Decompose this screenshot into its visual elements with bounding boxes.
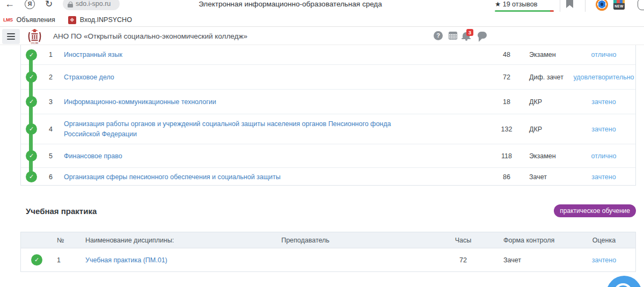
completed-check-icon: ✓	[26, 49, 37, 61]
control-form: ДКР	[525, 98, 571, 106]
toolbar-divider	[585, 0, 586, 12]
control-form: Диф. зачет	[525, 73, 571, 81]
notifications-count-badge: 3	[466, 29, 473, 36]
grade-link[interactable]: удовлетворительно	[573, 73, 634, 81]
tab-title: Электронная информационно-образовательна…	[199, 0, 382, 8]
reviews-label: ★ 19 отзывов	[495, 0, 554, 8]
hours-value: 72	[488, 73, 525, 81]
bookmark-item-inpsycho[interactable]: Вход.INPSYCHO	[60, 16, 132, 24]
control-form: Экзамен	[525, 51, 571, 58]
bookmark-icon[interactable]	[566, 0, 573, 8]
discipline-link[interactable]: Информационно-коммуникационные технологи…	[64, 98, 216, 106]
extension-new-icon[interactable]: NEW	[613, 0, 625, 10]
grade-link[interactable]: зачтено	[591, 126, 616, 133]
grade-link[interactable]: отлично	[591, 152, 617, 160]
discipline-link[interactable]: Иностранный язык	[64, 51, 122, 58]
url-text: sdo.i-spo.ru	[76, 0, 111, 8]
browser-menu-icon[interactable]: Я	[25, 0, 35, 9]
completed-check-icon: ✓	[31, 254, 42, 266]
site-reviews-button[interactable]: ★ 19 отзывов	[495, 0, 554, 12]
bookmark-label: Вход.INPSYCHO	[80, 16, 132, 24]
grade-link[interactable]: зачтено	[591, 98, 616, 106]
table-row: ✓ 4 Организация работы органов и учрежде…	[21, 114, 635, 144]
grades-table: ✓ 1 Иностранный язык 48 Экзамен отлично …	[20, 45, 636, 186]
hours-value: 72	[429, 256, 497, 264]
hours-value: 118	[488, 152, 525, 160]
svg-text:ОСЭК: ОСЭК	[31, 41, 39, 45]
hand-icon[interactable]	[638, 0, 644, 10]
row-number: 1	[49, 51, 64, 58]
bookmark-item-announcements[interactable]: LMS Объявления	[3, 16, 55, 24]
menu-button[interactable]	[2, 29, 20, 44]
college-name: АНО ПО «Открытый социально-экономический…	[53, 32, 247, 40]
lms-favicon: LMS	[3, 17, 13, 23]
control-form: Экзамен	[525, 152, 571, 160]
hours-value: 48	[488, 51, 525, 58]
table-row: ✓ 5 Финансовое право 118 Экзамен отлично	[21, 144, 635, 167]
practice-section-header: Учебная практика практическое обучение	[20, 203, 636, 219]
header-control-form: Форма контроля	[497, 237, 572, 244]
discipline-link[interactable]: Финансовое право	[64, 152, 122, 160]
inpsycho-favicon	[68, 16, 76, 24]
toolbar-divider	[560, 0, 560, 12]
completed-check-icon: ✓	[26, 171, 37, 182]
chat-bubble-icon	[614, 283, 632, 287]
grade-link[interactable]: отлично	[591, 51, 617, 58]
section-title: Учебная практика	[26, 207, 97, 216]
table-row: ✓ 1 Учебная практика (ПМ.01) 72 Зачет за…	[21, 248, 635, 271]
college-logo: ОСЭК	[27, 28, 42, 47]
table-row: ✓ 2 Страховое дело 72 Диф. зачет удовлет…	[21, 64, 635, 89]
new-badge: NEW	[613, 3, 625, 10]
table-row: ✓ 6 Организация сферы пенсионного обеспе…	[21, 167, 635, 186]
hours-value: 132	[488, 126, 525, 133]
control-form: ДКР	[525, 126, 571, 133]
row-number: 1	[53, 256, 85, 264]
row-number: 5	[49, 152, 64, 160]
header-teacher: Преподаватель	[182, 237, 429, 244]
row-number: 6	[49, 173, 64, 181]
notifications-bell-icon[interactable]: 3	[462, 31, 474, 41]
completed-check-icon: ✓	[26, 150, 37, 161]
discipline-link[interactable]: Организация работы органов и учреждений …	[64, 119, 397, 138]
table-row: ✓ 1 Иностранный язык 48 Экзамен отлично	[21, 45, 635, 64]
header-discipline: Наименование дисциплины:	[85, 237, 182, 244]
completed-check-icon: ✓	[26, 96, 37, 107]
grade-link[interactable]: зачтено	[592, 256, 616, 264]
site-header: ОСЭК АНО ПО «Открытый социально-экономич…	[0, 27, 644, 45]
hours-value: 86	[488, 173, 525, 181]
help-icon[interactable]: ?	[434, 31, 443, 40]
back-icon[interactable]: ←	[5, 0, 14, 10]
hours-value: 18	[488, 98, 525, 106]
bookmark-label: Объявления	[17, 16, 55, 24]
header-hours: Часы	[429, 237, 497, 244]
practice-type-badge: практическое обучение	[554, 204, 636, 217]
extension-icon[interactable]	[596, 0, 608, 11]
discipline-link[interactable]: Организация сферы пенсионного обеспечени…	[64, 173, 281, 181]
row-number: 4	[49, 126, 64, 133]
refresh-icon[interactable]: ↻	[45, 0, 53, 10]
row-number: 3	[49, 98, 64, 106]
discipline-link[interactable]: Учебная практика (ПМ.01)	[85, 256, 167, 264]
completed-check-icon: ✓	[26, 123, 37, 135]
completed-check-icon: ✓	[26, 71, 37, 83]
control-form: Зачет	[497, 256, 572, 264]
table-header-row: № Наименование дисциплины: Преподаватель…	[21, 232, 635, 248]
bookmarks-bar: LMS Объявления Вход.INPSYCHO	[0, 13, 644, 27]
address-bar[interactable]: sdo.i-spo.ru	[63, 0, 120, 10]
control-form: Зачет	[525, 173, 571, 181]
grade-link[interactable]: зачтено	[591, 173, 616, 181]
reviews-rating-bar	[495, 10, 554, 12]
discipline-link[interactable]: Страховое дело	[64, 73, 114, 81]
lock-icon	[68, 2, 73, 8]
header-grade: Оценка	[572, 237, 636, 244]
row-number: 2	[49, 73, 64, 81]
messages-icon[interactable]	[478, 32, 487, 39]
table-row: ✓ 3 Информационно-коммуникационные техно…	[21, 89, 635, 114]
header-num: №	[53, 237, 85, 244]
practice-table: № Наименование дисциплины: Преподаватель…	[20, 232, 636, 272]
browser-toolbar: ← Я ↻ sdo.i-spo.ru Электронная информаци…	[0, 0, 644, 13]
support-chat-button[interactable]	[606, 276, 642, 287]
screen: ← Я ↻ sdo.i-spo.ru Электронная информаци…	[0, 0, 644, 287]
calendar-icon[interactable]	[449, 32, 457, 40]
